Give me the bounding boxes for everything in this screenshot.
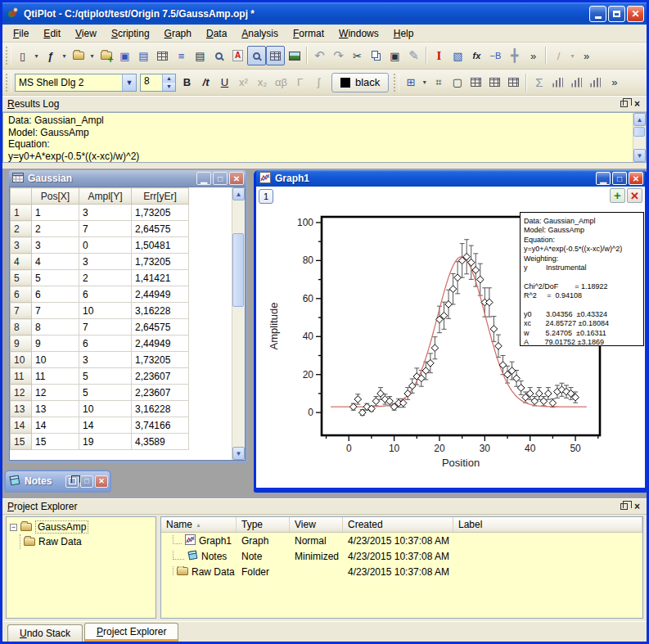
new-function-plot-button[interactable]: ƒ [41,46,60,65]
scroll-thumb[interactable] [633,127,645,137]
table-cell[interactable]: 1 [32,205,79,221]
table-cell[interactable]: 1,41421 [132,270,189,286]
list-column-header[interactable]: Name▲ [161,517,237,532]
project-explorer-header[interactable]: Project Explorer × [2,498,647,515]
notes-close-button[interactable]: ✕ [95,475,108,488]
table-cell[interactable]: 3 [32,237,79,254]
folder-tree[interactable]: − GaussAmp Raw Data [6,516,156,619]
table-row[interactable]: 1131,73205 [11,205,189,221]
save-project-button[interactable]: ▣ [115,46,134,65]
project-explorer-float-icon[interactable] [620,503,628,510]
minimize-button[interactable] [589,6,606,22]
graph-close-button[interactable]: ✕ [629,172,643,185]
export-pdf-button[interactable] [228,46,247,65]
fit-canvas-button[interactable]: ▢ [448,73,466,92]
cut-button[interactable]: ✂ [348,46,367,65]
table-overflow-button[interactable]: » [577,46,596,65]
tab-project-explorer[interactable]: Project Explorer [84,623,178,642]
table-cell[interactable]: 11 [32,368,79,385]
row-header[interactable]: 5 [11,270,32,286]
table-cell[interactable]: 15 [32,434,79,450]
table-cell[interactable]: 14 [79,417,132,434]
list-item[interactable]: Raw DataFolder4/23/2015 10:37:08 AM [161,564,642,579]
gaussian-maximize-button[interactable]: □ [213,172,228,185]
row-header[interactable]: 4 [11,254,32,270]
layout-rows-button[interactable] [504,73,523,92]
rename-button[interactable]: −B [486,46,505,65]
table-cell[interactable]: 6 [79,286,132,303]
table-cell[interactable]: 13 [32,401,79,417]
results-log-scrollbar[interactable]: ▲ ▼ [633,113,646,162]
list-column-header[interactable]: Label [453,517,642,532]
table-row[interactable]: 77103,16228 [11,303,189,319]
menu-item-windows[interactable]: Windows [331,25,386,42]
table-cell[interactable]: 3 [79,352,132,368]
gaussian-table[interactable]: Pos[X]Ampl[Y]Err[yEr] 1131,732052272,645… [10,187,189,450]
font-family-select[interactable]: MS Shell Dlg 2 ▼ [15,74,137,92]
row-header[interactable]: 13 [11,401,32,417]
scroll-up-icon[interactable]: ▲ [633,113,646,126]
table-cell[interactable]: 5 [32,270,79,286]
add-layer-button[interactable]: ⊞ [401,73,420,92]
row-header[interactable]: 7 [11,303,32,319]
table-row[interactable]: 5521,41421 [11,270,189,286]
sum-button[interactable]: Σ [530,73,548,92]
plot-column-button[interactable] [548,73,567,92]
row-header[interactable]: 11 [11,368,32,385]
gaussian-close-button[interactable]: ✕ [229,172,244,185]
font-size-stepper[interactable]: 8 ▲▼ [140,74,176,92]
paste-button[interactable]: ▣ [385,46,404,65]
row-header[interactable]: 14 [11,417,32,434]
plot-errorbars-button[interactable] [586,73,605,92]
row-header[interactable]: 1 [11,205,32,221]
dock-splitter[interactable] [2,163,647,169]
table-row[interactable]: 2272,64575 [11,221,189,237]
table-cell[interactable]: 10 [32,352,79,368]
toolbar-drag-handle[interactable] [6,47,11,65]
print-button[interactable]: ▤ [191,46,210,65]
table-cell[interactable]: 7 [79,221,132,237]
toolbar-drag-handle[interactable] [6,74,11,92]
layer-1-button[interactable]: 1 [259,189,273,204]
scroll-down-icon[interactable]: ▼ [633,149,646,162]
list-column-header[interactable]: View [290,517,343,532]
new-function-plot-dropdown[interactable]: ▾ [60,46,69,65]
print-preview-button[interactable] [210,46,228,65]
graph-canvas[interactable]: 1 + ✕ 01020304050020406080100AmplitudePo… [256,187,645,488]
row-header[interactable]: 12 [11,385,32,401]
fit-results-box[interactable]: Data: Gaussian_AmplModel: GaussAmpEquati… [520,212,644,346]
table-cell[interactable]: 7 [32,303,79,319]
table-cell[interactable]: 6 [79,336,132,352]
table-cell[interactable]: 6 [32,286,79,303]
column-header[interactable]: Ampl[Y] [79,188,132,205]
table-cell[interactable]: 1,50481 [132,237,189,254]
new-table-button[interactable] [153,46,172,65]
table-cell[interactable]: 10 [79,303,132,319]
project-item-list[interactable]: Name▲TypeViewCreatedLabel Graph1GraphNor… [160,516,643,619]
row-header[interactable]: 8 [11,319,32,336]
scroll-thumb[interactable] [232,233,244,307]
menu-item-scripting[interactable]: Scripting [104,25,157,42]
save-template-button[interactable]: ▤ [134,46,153,65]
list-item[interactable]: Graph1GraphNormal4/23/2015 10:37:08 AM [161,533,642,548]
menu-item-help[interactable]: Help [386,25,421,42]
table-cell[interactable]: 14 [32,417,79,434]
tab-undo-stack[interactable]: Undo Stack [7,624,83,642]
collapse-icon[interactable]: − [10,524,17,531]
table-row[interactable]: 1313103,16228 [11,401,189,417]
table-row[interactable]: 1414143,74166 [11,417,189,434]
project-explorer-toggle[interactable] [247,46,266,65]
fit-curve-button[interactable]: ▧ [448,46,467,65]
graph-minimize-button[interactable]: ▁ [596,172,611,185]
row-header[interactable]: 10 [11,352,32,368]
menu-item-format[interactable]: Format [286,25,331,42]
row-header[interactable]: 15 [11,434,32,450]
function-button[interactable]: fx [467,46,486,65]
table-row[interactable]: 111152,23607 [11,368,189,385]
redo-button[interactable]: ↷ [329,46,348,65]
tree-node-label[interactable]: Raw Data [38,536,82,547]
maximize-button[interactable] [608,6,625,22]
graph-maximize-button[interactable]: □ [612,172,627,185]
tree-node-label[interactable]: GaussAmp [35,520,88,534]
table-row[interactable]: 3301,50481 [11,237,189,254]
